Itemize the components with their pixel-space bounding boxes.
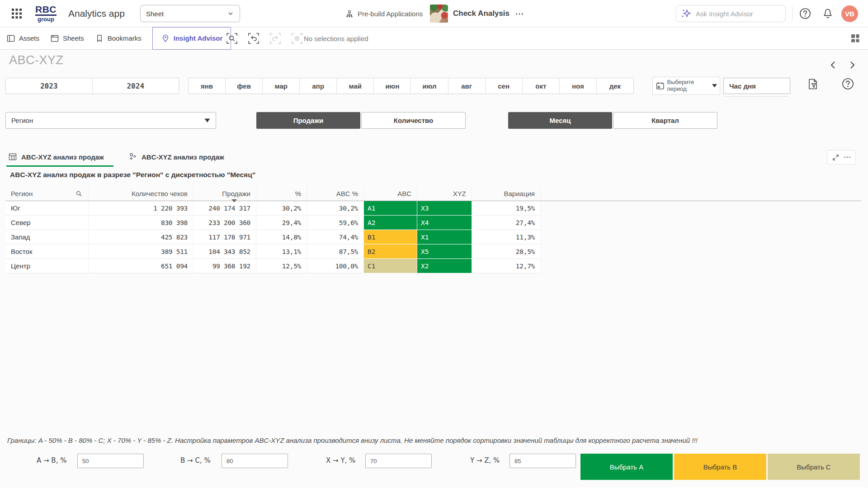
table-cell-sales[interactable]: 99 368 192: [193, 259, 256, 273]
app-thumbnail[interactable]: [430, 5, 448, 23]
table-cell-sales[interactable]: 104 343 852: [193, 244, 256, 259]
period-picker[interactable]: Выберите период: [652, 77, 720, 95]
measure-sales-button[interactable]: Продажи: [256, 112, 360, 129]
sheets-button[interactable]: Sheets: [50, 34, 84, 43]
redo-selection-icon[interactable]: [269, 33, 281, 44]
month-button[interactable]: май: [337, 78, 374, 94]
month-button[interactable]: окт: [523, 78, 560, 94]
table-cell-abc-pct[interactable]: 30,2%: [307, 201, 364, 216]
table-cell-checks[interactable]: 425 823: [89, 230, 193, 244]
bookmarks-button[interactable]: Bookmarks: [95, 34, 142, 43]
column-header-abc[interactable]: ABC: [364, 186, 417, 201]
table-cell-abc-pct[interactable]: 100,0%: [307, 259, 364, 273]
table-cell-xyz[interactable]: X2: [417, 259, 472, 273]
sheet-selector[interactable]: Sheet: [140, 5, 240, 22]
column-header-xyz[interactable]: XYZ: [417, 186, 472, 201]
undo-selection-icon[interactable]: [248, 33, 259, 44]
table-cell-pct[interactable]: 29,4%: [256, 216, 307, 230]
column-header-checks[interactable]: Количество чеков: [89, 186, 193, 201]
month-button[interactable]: авг: [448, 78, 486, 94]
table-cell-abc-pct[interactable]: 59,6%: [307, 216, 364, 230]
table-cell-region[interactable]: Восток: [5, 244, 89, 259]
month-button[interactable]: апр: [300, 78, 337, 94]
table-cell-variation[interactable]: 12,7%: [472, 259, 541, 273]
year-2023-button[interactable]: 2023: [6, 78, 93, 94]
select-c-button[interactable]: Выбрать C: [768, 454, 860, 480]
table-cell-xyz[interactable]: X5: [417, 244, 472, 259]
table-cell-checks[interactable]: 830 398: [89, 216, 193, 230]
table-cell-variation[interactable]: 11,3%: [472, 230, 541, 244]
avatar[interactable]: VB: [841, 5, 858, 22]
table-cell-variation[interactable]: 19,5%: [472, 201, 541, 216]
table-cell-pct[interactable]: 30,2%: [256, 201, 307, 216]
column-header-sales[interactable]: Продажи: [193, 186, 256, 201]
tab-abc-xyz-table[interactable]: ABC-XYZ анализ продаж: [8, 149, 104, 164]
month-button[interactable]: дек: [597, 78, 633, 94]
month-button[interactable]: июл: [411, 78, 448, 94]
column-header-pct[interactable]: %: [256, 186, 307, 201]
param-input-y-z[interactable]: [509, 454, 576, 468]
table-cell-pct[interactable]: 13,1%: [256, 244, 307, 259]
table-cell-sales[interactable]: 117 178 971: [193, 230, 256, 244]
table-cell-region[interactable]: Юг: [5, 201, 89, 216]
app-launcher-icon[interactable]: [11, 8, 23, 19]
tab-abc-xyz-scatter[interactable]: ABC-XYZ анализ продаж: [128, 149, 224, 164]
table-cell-pct[interactable]: 14,8%: [256, 230, 307, 244]
table-cell-variation[interactable]: 27,4%: [472, 216, 541, 230]
table-cell-abc[interactable]: C1: [364, 259, 417, 273]
param-input-x-y[interactable]: [365, 454, 432, 468]
month-button[interactable]: июн: [374, 78, 411, 94]
clear-selections-icon[interactable]: [291, 33, 303, 44]
month-button[interactable]: фев: [226, 78, 263, 94]
search-input[interactable]: [696, 10, 773, 18]
search-selections-icon[interactable]: [226, 33, 238, 44]
month-button[interactable]: мар: [263, 78, 300, 94]
previous-sheet-icon[interactable]: [828, 60, 839, 70]
hour-filter-listbox[interactable]: Час дня: [723, 78, 790, 94]
table-cell-abc[interactable]: A1: [364, 201, 417, 216]
param-input-b-c[interactable]: [222, 454, 288, 468]
select-a-button[interactable]: Выбрать A: [580, 454, 673, 480]
help-icon[interactable]: [799, 8, 811, 19]
table-cell-abc[interactable]: B1: [364, 230, 417, 244]
table-cell-region[interactable]: Север: [5, 216, 89, 230]
table-cell-sales[interactable]: 233 200 360: [193, 216, 256, 230]
table-cell-xyz[interactable]: X1: [417, 230, 472, 244]
granularity-quarter-button[interactable]: Квартал: [613, 112, 717, 129]
month-button[interactable]: янв: [189, 78, 226, 94]
column-header-abc-pct[interactable]: ABC %: [307, 186, 364, 201]
table-cell-abc-pct[interactable]: 87,5%: [307, 244, 364, 259]
next-sheet-icon[interactable]: [846, 60, 857, 70]
column-header-variation[interactable]: Вариация: [472, 186, 541, 201]
granularity-month-button[interactable]: Месяц: [508, 112, 612, 129]
prebuild-applications-link[interactable]: Pre-build Applications: [345, 0, 423, 27]
month-button[interactable]: сен: [486, 78, 523, 94]
insight-advisor-button[interactable]: Insight Advisor: [152, 27, 231, 50]
table-cell-checks[interactable]: 1 220 393: [89, 201, 193, 216]
table-cell-xyz[interactable]: X4: [417, 216, 472, 230]
expand-icon[interactable]: [832, 154, 840, 161]
current-app-name[interactable]: Check Analysis: [453, 0, 509, 27]
select-b-button[interactable]: Выбрать B: [674, 454, 766, 480]
table-cell-abc[interactable]: B2: [364, 244, 417, 259]
table-cell-sales[interactable]: 240 174 317: [193, 201, 256, 216]
object-more-icon[interactable]: [844, 154, 851, 161]
table-cell-checks[interactable]: 651 094: [89, 259, 193, 273]
year-2024-button[interactable]: 2024: [93, 78, 179, 94]
app-more-menu-icon[interactable]: [514, 8, 525, 20]
table-cell-checks[interactable]: 389 511: [89, 244, 193, 259]
table-cell-variation[interactable]: 28,5%: [472, 244, 541, 259]
month-button[interactable]: ноя: [560, 78, 597, 94]
table-cell-region[interactable]: Запад: [5, 230, 89, 244]
table-cell-pct[interactable]: 12,5%: [256, 259, 307, 273]
column-header-region[interactable]: Регион: [5, 186, 89, 201]
region-filter-dropdown[interactable]: Регион: [5, 112, 216, 129]
table-cell-xyz[interactable]: X3: [417, 201, 472, 216]
notifications-bell-icon[interactable]: [822, 8, 834, 19]
column-search-icon[interactable]: [75, 190, 83, 197]
table-cell-region[interactable]: Центр: [5, 259, 89, 273]
param-input-a-b[interactable]: [77, 454, 144, 468]
sheet-layout-icon[interactable]: [850, 33, 861, 44]
table-cell-abc-pct[interactable]: 74,4%: [307, 230, 364, 244]
insight-advisor-search[interactable]: [676, 5, 786, 22]
